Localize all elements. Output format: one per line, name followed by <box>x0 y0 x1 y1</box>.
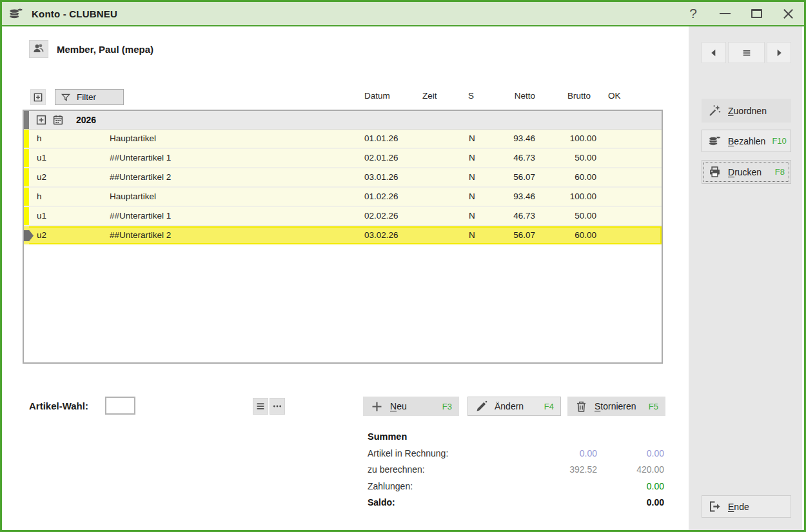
app-window: Konto - CLUBNEU ? <box>0 0 806 532</box>
stornieren-button[interactable]: Stornieren F5 <box>567 397 665 416</box>
ellipsis-icon <box>272 401 282 411</box>
pencil-icon <box>475 400 488 413</box>
hamburger-icon <box>742 48 752 58</box>
table-rows: h Hauptartikel 01.01.26 N 93.46 100.00 u… <box>24 130 662 246</box>
member-button[interactable] <box>29 40 48 58</box>
aendern-fkey: F4 <box>544 402 554 411</box>
col-header-brutto: Brutto <box>542 91 591 101</box>
group-row-2026[interactable]: 2026 <box>24 111 662 130</box>
artikel-wahl-input[interactable] <box>105 397 135 415</box>
member-icon <box>32 42 45 57</box>
col-header-netto: Netto <box>487 91 535 101</box>
magic-wand-icon <box>708 104 722 117</box>
artikel-menu-button[interactable] <box>253 398 268 415</box>
zuordnen-button[interactable]: Zuordnen <box>702 99 791 123</box>
filter-label: Filter <box>77 92 96 102</box>
drucken-label: Drucken <box>728 167 762 177</box>
ende-label: Ende <box>728 502 749 512</box>
summen-title: Summen <box>368 431 407 442</box>
titlebar: Konto - CLUBNEU ? <box>2 2 804 26</box>
row-marker <box>24 149 29 167</box>
printer-icon <box>708 165 722 179</box>
record-nav-group <box>702 42 791 63</box>
filter-button[interactable]: Filter <box>55 89 124 105</box>
col-header-ok: OK <box>608 91 621 101</box>
next-record-button[interactable] <box>767 42 791 63</box>
maximize-icon[interactable] <box>749 6 763 21</box>
neu-label: Neu <box>390 401 407 411</box>
neu-fkey: F3 <box>442 402 452 411</box>
prev-record-button[interactable] <box>702 42 726 63</box>
ende-button[interactable]: Ende <box>702 495 791 518</box>
stornieren-fkey: F5 <box>649 402 658 411</box>
row-marker <box>24 130 29 148</box>
drucken-button[interactable]: Drucken F8 <box>702 160 791 184</box>
window-controls: ? <box>686 6 795 21</box>
sidebar: Zuordnen Bezahlen F10 Drucken F8 Ende <box>689 26 802 530</box>
group-year-label: 2026 <box>76 111 96 129</box>
exit-icon <box>708 500 722 513</box>
window-title: Konto - CLUBNEU <box>32 8 117 19</box>
summen-row: zu berechnen: 392.52 420.00 <box>368 462 664 478</box>
row-marker <box>24 207 29 225</box>
table-row[interactable]: h Hauptartikel 01.02.26 N 93.46 100.00 <box>24 188 662 207</box>
member-name: Member, Paul (mepa) <box>57 44 153 55</box>
triangle-right-icon <box>774 48 784 58</box>
table-row[interactable]: u2 ##Unterartikel 2 03.01.26 N 56.07 60.… <box>24 168 662 188</box>
account-table: 2026 h Hauptartikel 01.01.26 N 93.46 100… <box>23 110 663 364</box>
neu-button[interactable]: Neu F3 <box>363 397 459 416</box>
expand-all-button[interactable] <box>30 89 46 105</box>
zuordnen-label: Zuordnen <box>728 106 767 116</box>
record-menu-button[interactable] <box>728 42 765 63</box>
coins-icon <box>708 134 722 148</box>
group-calendar-icon[interactable] <box>52 114 64 126</box>
app-coins-icon <box>8 6 24 21</box>
table-row[interactable]: u2 ##Unterartikel 2 03.02.26 N 56.07 60.… <box>24 226 662 246</box>
selected-row-arrow-icon <box>24 230 34 241</box>
summen-rows: Artikel in Rechnung: 0.00 0.00 zu berech… <box>368 446 664 511</box>
artikel-more-button[interactable] <box>270 398 285 415</box>
triangle-left-icon <box>709 48 719 58</box>
aendern-label: Ändern <box>495 401 524 411</box>
summen-row: Saldo: 0.00 <box>368 495 664 511</box>
artikel-wahl-label: Artikel-Wahl: <box>29 400 88 411</box>
table-row[interactable]: u1 ##Unterartikel 1 02.02.26 N 46.73 50.… <box>24 207 662 226</box>
bezahlen-button[interactable]: Bezahlen F10 <box>702 130 791 152</box>
trash-icon <box>575 400 588 413</box>
col-header-datum: Datum <box>364 91 390 101</box>
col-header-s: S <box>468 91 474 101</box>
filter-icon <box>61 92 71 103</box>
row-marker <box>24 188 29 206</box>
col-header-zeit: Zeit <box>422 91 437 101</box>
stornieren-label: Stornieren <box>595 401 636 411</box>
minimize-icon[interactable] <box>718 6 732 21</box>
group-row-marker <box>24 111 29 129</box>
group-expand-icon[interactable] <box>35 114 47 126</box>
bezahlen-label: Bezahlen <box>728 136 765 146</box>
close-icon[interactable] <box>781 6 795 21</box>
summen-row: Zahlungen: 0.00 <box>368 478 664 495</box>
drucken-fkey: F8 <box>775 167 785 177</box>
row-marker <box>24 168 29 186</box>
bezahlen-fkey: F10 <box>772 136 786 146</box>
hamburger-icon <box>255 401 266 411</box>
main-area: Member, Paul (mepa) Filter Datum Zeit S … <box>2 26 689 530</box>
summen-row: Artikel in Rechnung: 0.00 0.00 <box>368 446 664 462</box>
table-row[interactable]: u1 ##Unterartikel 1 02.01.26 N 46.73 50.… <box>24 149 662 168</box>
table-row[interactable]: h Hauptartikel 01.01.26 N 93.46 100.00 <box>24 130 662 149</box>
plus-icon <box>370 400 384 413</box>
aendern-button[interactable]: Ändern F4 <box>467 397 561 416</box>
help-icon[interactable]: ? <box>686 6 700 21</box>
